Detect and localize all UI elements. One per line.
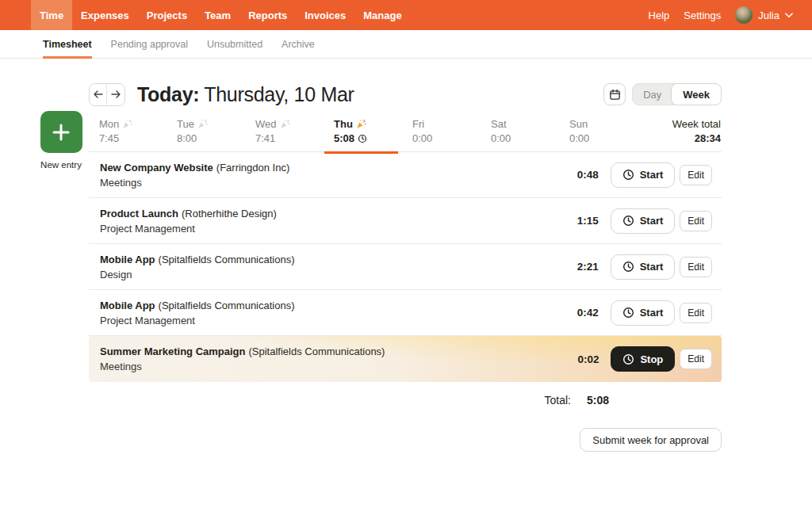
timesheet-row: New Company Website(Farringdon Inc) Meet… [89,152,722,198]
main-nav: TimeExpensesProjectsTeamReportsInvoicesM… [31,0,411,30]
nav-item-time[interactable]: Time [31,0,72,30]
party-popper-icon [280,119,290,129]
timer-button-label: Stop [640,353,663,365]
nav-item-expenses[interactable]: Expenses [72,0,138,30]
settings-link[interactable]: Settings [684,10,721,21]
week-total-value: 28:34 [638,132,721,144]
day-name: Wed [255,118,277,130]
stop-button[interactable]: Stop [611,346,675,372]
day-name: Sat [491,118,507,130]
day-name: Tue [177,118,194,130]
view-toggle: Day Week [632,83,722,105]
start-button[interactable]: Start [611,254,676,280]
clock-icon [622,169,634,181]
project-name: Product Launch [100,208,178,220]
nav-item-team[interactable]: Team [196,0,239,30]
timer-button-label: Start [640,261,664,273]
task-name: Project Management [100,315,564,326]
clock-icon [622,307,634,319]
day-hours: 5:08 [334,132,354,144]
client-name: (Spitalfields Communications) [249,345,385,357]
nav-item-invoices[interactable]: Invoices [296,0,354,30]
week-header: Mon 7:45 Tue [89,118,722,152]
day-name: Thu [334,118,353,130]
nav-item-reports[interactable]: Reports [239,0,296,30]
row-time: 0:02 [564,353,599,365]
sub-nav: TimesheetPending approvalUnsubmittedArch… [0,30,812,59]
project-name: New Company Website [100,162,213,174]
clock-icon [358,134,367,143]
day-column-tue[interactable]: Tue 8:00 [167,118,246,144]
view-week-button[interactable]: Week [671,83,722,105]
clock-icon [622,215,634,227]
timesheet-row: Summer Marketing Campaign(Spitalfields C… [89,336,722,382]
user-menu[interactable]: Julia [735,6,793,24]
arrow-right-icon [111,90,121,98]
day-column-thu[interactable]: Thu 5:08 [324,118,403,144]
edit-button[interactable]: Edit [680,211,712,231]
tab-pending-approval[interactable]: Pending approval [111,30,188,58]
day-column-wed[interactable]: Wed 7:41 [246,118,324,144]
nav-item-manage[interactable]: Manage [354,0,410,30]
new-entry-button[interactable] [40,111,82,153]
day-name: Mon [99,118,119,130]
day-name: Fri [412,118,424,130]
task-name: Meetings [100,361,564,372]
client-name: (Spitalfields Communications) [159,254,295,265]
top-navbar: TimeExpensesProjectsTeamReportsInvoicesM… [0,0,812,30]
client-name: (Farringdon Inc) [216,162,289,174]
nav-item-projects[interactable]: Projects [138,0,196,30]
avatar [735,6,753,24]
edit-button[interactable]: Edit [680,349,712,369]
page-title: Today:Thursday, 10 Mar [137,83,354,106]
day-column-mon[interactable]: Mon 7:45 [89,118,167,144]
chevron-down-icon [785,13,793,18]
timer-button-label: Start [640,307,664,319]
calendar-icon [609,89,621,101]
day-hours: 0:00 [491,132,511,144]
row-time: 0:48 [564,169,599,181]
task-name: Meetings [100,177,564,189]
view-day-button[interactable]: Day [633,84,672,105]
day-name: Sun [569,118,588,130]
day-hours: 8:00 [177,132,197,144]
edit-button[interactable]: Edit [680,165,712,185]
day-column-sat[interactable]: Sat 0:00 [481,118,560,144]
party-popper-icon [122,119,132,129]
user-name: Julia [758,10,779,21]
help-link[interactable]: Help [649,10,670,21]
day-hours: 0:00 [412,132,432,144]
start-button[interactable]: Start [611,300,676,326]
task-name: Design [100,269,564,281]
timesheet-row: Mobile App(Spitalfields Communications) … [89,244,722,290]
day-column-sun[interactable]: Sun 0:00 [560,118,638,144]
day-column-fri[interactable]: Fri 0:00 [403,118,481,144]
start-button[interactable]: Start [611,208,676,234]
timesheet-row: Product Launch(Rotherhithe Design) Proje… [89,198,722,244]
submit-week-button[interactable]: Submit week for approval [580,428,722,452]
client-name: (Rotherhithe Design) [182,208,277,220]
clock-icon [622,261,634,273]
edit-button[interactable]: Edit [680,303,712,323]
day-total-label: Total: [545,394,571,407]
day-total-value: 5:08 [587,394,609,407]
project-name: Summer Marketing Campaign [100,345,246,357]
row-time: 2:21 [564,261,599,273]
client-name: (Spitalfields Communications) [159,300,295,311]
tab-unsubmitted[interactable]: Unsubmitted [207,30,262,58]
row-time: 0:42 [564,307,599,319]
next-day-button[interactable] [107,84,124,105]
tab-timesheet[interactable]: Timesheet [43,30,92,58]
day-hours: 0:00 [569,132,589,144]
calendar-button[interactable] [603,83,626,105]
project-name: Mobile App [100,300,155,311]
timer-button-label: Start [640,169,664,181]
start-button[interactable]: Start [611,162,676,188]
prev-day-button[interactable] [90,84,107,105]
week-total-label: Week total [638,118,721,130]
arrow-left-icon [94,90,103,98]
clock-icon [622,353,634,365]
day-hours: 7:45 [99,132,119,144]
tab-archive[interactable]: Archive [282,30,315,58]
edit-button[interactable]: Edit [680,257,712,277]
